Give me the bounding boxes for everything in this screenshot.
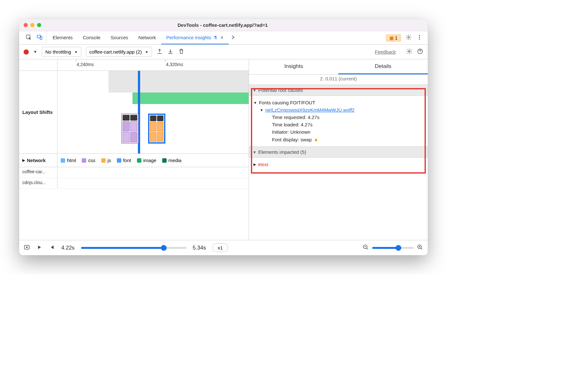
time-ruler[interactable]: 4,240ms 4,320ms <box>19 59 249 71</box>
window-title: DevTools - coffee-cart.netlify.app/?ad=1 <box>22 22 423 28</box>
track-label: Layout Shifts <box>19 71 57 153</box>
fonts-foit-fout-group[interactable]: ▼ Fonts causing FOIT/FOUT <box>253 99 423 106</box>
feedback-link[interactable]: Feedback <box>375 49 396 55</box>
tab-performance-insights[interactable]: Performance insights ⚗ × <box>161 31 229 44</box>
devtools-window: DevTools - coffee-cart.netlify.app/?ad=1… <box>19 19 428 255</box>
tab-console[interactable]: Console <box>78 31 106 44</box>
legend-css: css <box>88 158 95 163</box>
request-row[interactable]: coffee-car... <box>19 167 249 178</box>
svg-point-5 <box>419 37 420 38</box>
svg-point-10 <box>26 247 27 248</box>
close-tab-icon[interactable]: × <box>221 35 223 41</box>
svg-point-6 <box>419 39 420 40</box>
warning-triangle-icon: ▲ <box>313 137 319 142</box>
throttling-select[interactable]: No throttling ▼ <box>42 47 81 57</box>
tab-elements[interactable]: Elements <box>48 31 78 44</box>
font-file-link[interactable]: neILzCirqoswsqX9zoKmM4MwWJU.woff2 <box>265 107 355 113</box>
details-pane: Insights Details 2. 0.011 (current) ▼ Po… <box>249 59 428 240</box>
issues-badge[interactable]: ▣ 1 <box>386 34 401 41</box>
svg-point-7 <box>409 50 410 52</box>
titlebar: DevTools - coffee-cart.netlify.app/?ad=1 <box>19 19 428 31</box>
zoom-in-icon[interactable] <box>417 244 423 252</box>
legend-image: image <box>143 158 156 163</box>
font-display-row: Font display: swap ▲ <box>253 136 423 143</box>
request-label: coffee-car... <box>19 167 57 178</box>
chevron-down-icon: ▼ <box>145 50 148 54</box>
warning-icon: ▣ <box>389 35 394 41</box>
time-tick: 4,240ms <box>77 62 94 67</box>
inspect-element-icon[interactable] <box>26 34 32 42</box>
time-start: 4.22s <box>61 245 75 251</box>
time-loaded: Time loaded: 4.27s <box>253 121 423 128</box>
details-content[interactable]: 2. 0.011 (current) ▼ Potential root caus… <box>249 75 428 240</box>
network-requests: coffee-car... cdnjs.clou... <box>19 167 249 189</box>
legend-font: font <box>123 158 131 163</box>
section-root-causes[interactable]: ▼ Potential root causes <box>249 85 428 96</box>
source-label: coffee-cart.netlify.app (2) <box>89 49 142 55</box>
rewind-start-icon[interactable] <box>49 244 55 252</box>
network-label[interactable]: ▶ Network <box>19 154 57 167</box>
preview-toggle-icon[interactable] <box>24 244 30 252</box>
legend-media: media <box>169 158 182 163</box>
recording-source-select[interactable]: coffee-cart.netlify.app (2) ▼ <box>86 47 152 57</box>
caret-down-icon: ▼ <box>253 88 256 92</box>
record-button[interactable] <box>24 49 29 55</box>
legend-js: js <box>108 158 111 163</box>
import-icon[interactable] <box>167 48 174 56</box>
play-button[interactable] <box>36 244 42 251</box>
request-row[interactable]: cdnjs.clou... <box>19 178 249 189</box>
tab-insights[interactable]: Insights <box>249 59 338 74</box>
settings-gear-icon[interactable] <box>405 34 412 42</box>
timeline-band <box>109 71 249 93</box>
time-tick: 4,320ms <box>166 62 183 67</box>
element-text-node[interactable]: ▶ #text <box>253 161 423 168</box>
caret-down-icon: ▼ <box>253 101 257 105</box>
panel-tabbar: Elements Console Sources Network Perform… <box>19 31 428 45</box>
caret-down-icon: ▼ <box>253 150 256 154</box>
playback-footer: 4.22s 5.34s x1 <box>19 240 428 255</box>
time-end: 5.34s <box>193 245 206 251</box>
layout-shift-thumbnail-selected[interactable] <box>148 114 165 144</box>
playback-speed[interactable]: x1 <box>212 243 228 252</box>
tab-network[interactable]: Network <box>133 31 161 44</box>
svg-point-3 <box>408 36 410 38</box>
timeline-pane: 4,240ms 4,320ms Layout Shifts <box>19 59 249 240</box>
font-file-link-row[interactable]: ▼ neILzCirqoswsqX9zoKmM4MwWJU.woff2 <box>253 106 423 114</box>
request-label: cdnjs.clou... <box>19 178 57 189</box>
help-icon[interactable] <box>417 48 423 56</box>
layout-shifts-content[interactable] <box>57 71 249 153</box>
zoom-out-icon[interactable] <box>363 244 369 252</box>
badge-count: 1 <box>395 35 397 41</box>
throttling-label: No throttling <box>45 49 71 55</box>
details-tabs: Insights Details <box>249 59 428 75</box>
record-dropdown-arrow-icon[interactable]: ▼ <box>33 49 37 54</box>
tab-sources[interactable]: Sources <box>106 31 133 44</box>
more-tabs-chevron-icon[interactable] <box>230 34 236 42</box>
tab-details[interactable]: Details <box>338 59 428 74</box>
main-area: 4,240ms 4,320ms Layout Shifts <box>19 59 428 240</box>
chevron-down-icon: ▼ <box>74 50 78 54</box>
tab-label: Performance insights <box>166 35 211 40</box>
initiator: Initiator: Unknown <box>253 128 423 136</box>
chevron-right-icon: ▶ <box>22 158 25 162</box>
timeline-band-green <box>132 93 249 104</box>
time-requested: Time requested: 4.27s <box>253 114 423 121</box>
device-toolbar-icon[interactable] <box>36 34 43 42</box>
delete-icon[interactable] <box>178 48 185 56</box>
insights-toolbar: ▼ No throttling ▼ coffee-cart.netlify.ap… <box>19 45 428 59</box>
svg-point-4 <box>419 35 420 36</box>
section-elements-impacted[interactable]: ▼ Elements impacted (5) <box>249 146 428 158</box>
caret-down-icon: ▼ <box>260 108 263 112</box>
experiment-flask-icon: ⚗ <box>213 35 217 40</box>
caret-right-icon: ▶ <box>253 162 256 167</box>
panel-settings-gear-icon[interactable] <box>406 48 412 56</box>
network-track-header: ▶ Network html css js font image media <box>19 154 249 167</box>
current-shift-text: 2. 0.011 (current) <box>249 75 428 85</box>
layout-shifts-track: Layout Shifts <box>19 71 249 154</box>
layout-shift-thumbnail[interactable] <box>121 114 139 144</box>
playback-slider[interactable] <box>81 247 186 249</box>
kebab-menu-icon[interactable] <box>416 34 423 42</box>
zoom-slider[interactable] <box>372 247 414 249</box>
network-legend: html css js font image media <box>57 154 249 167</box>
export-icon[interactable] <box>156 48 163 56</box>
